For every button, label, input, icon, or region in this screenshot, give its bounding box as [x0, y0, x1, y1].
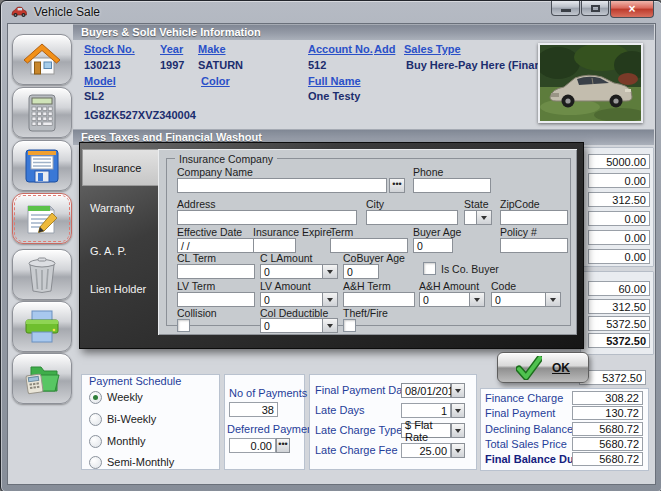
policy-no-label: Policy # — [500, 226, 537, 238]
col-deductible-combo[interactable]: 0 — [260, 318, 338, 333]
full-name-value: One Testy — [308, 90, 360, 102]
account-no-value: 512 — [308, 59, 326, 71]
final-payment-value[interactable]: 130.72 — [572, 406, 643, 420]
company-name-input[interactable] — [177, 178, 387, 193]
late-charge-type-combo[interactable]: $ Flat Rate — [401, 423, 451, 438]
deferred-payments-lookup-button[interactable]: ••• — [276, 438, 290, 453]
washout-value[interactable]: 312.50 — [588, 299, 650, 314]
term-input[interactable] — [330, 238, 408, 253]
phone-input[interactable] — [413, 178, 491, 193]
late-days-dropdown[interactable] — [451, 403, 465, 418]
lv-amount-combo[interactable]: 0 — [260, 292, 338, 307]
finance-charge-value[interactable]: 308.22 — [572, 391, 643, 405]
radio-weekly[interactable] — [89, 391, 102, 404]
radio-monthly[interactable] — [89, 435, 102, 448]
washout-value[interactable]: 60.00 — [588, 281, 650, 296]
tab-gap[interactable]: G. A. P. — [90, 245, 127, 257]
print-button[interactable] — [12, 301, 72, 352]
minimize-button[interactable] — [551, 1, 580, 16]
vehicle-photo — [538, 43, 643, 123]
radio-bi-weekly[interactable] — [89, 413, 102, 426]
cobuyer-age-input[interactable]: 0 — [343, 264, 379, 279]
close-button[interactable]: × — [610, 1, 654, 18]
radio-semi-monthly[interactable] — [89, 456, 102, 469]
account-no-label[interactable]: Account No. — [308, 43, 373, 55]
ah-term-input[interactable] — [343, 292, 415, 307]
late-charge-type-dropdown[interactable] — [451, 423, 465, 438]
amount-financed-box[interactable]: 5372.50 — [579, 370, 646, 385]
final-payment-date-dropdown[interactable] — [451, 383, 465, 398]
radio-weekly-label[interactable]: Weekly — [107, 391, 143, 403]
year-label[interactable]: Year — [160, 43, 183, 55]
state-combo[interactable] — [464, 210, 492, 225]
delete-button[interactable] — [12, 249, 72, 300]
ah-amount-combo[interactable]: 0 — [419, 292, 485, 307]
radio-bi-weekly-label[interactable]: Bi-Weekly — [107, 413, 156, 425]
color-label[interactable]: Color — [201, 75, 230, 87]
late-charge-fee-dropdown[interactable] — [451, 443, 465, 458]
lv-term-label: LV Term — [177, 280, 215, 292]
home-button[interactable] — [12, 34, 72, 85]
lv-amount-dropdown-arrow[interactable] — [322, 293, 337, 306]
theft-fire-checkbox[interactable] — [343, 319, 356, 332]
make-label[interactable]: Make — [198, 43, 226, 55]
deferred-payments-input[interactable]: 0.00 — [229, 438, 276, 453]
ah-term-label: A&H Term — [343, 280, 391, 292]
collision-checkbox[interactable] — [177, 319, 190, 332]
add-link[interactable]: Add — [374, 43, 395, 55]
sales-type-label[interactable]: Sales Type — [404, 43, 461, 55]
tab-lien-holder[interactable]: Lien Holder — [90, 283, 146, 295]
reports-button[interactable] — [12, 353, 72, 404]
effective-date-label: Effective Date — [177, 226, 242, 238]
col-deductible-dropdown-arrow[interactable] — [322, 319, 337, 332]
state-label: State — [464, 198, 489, 210]
insurance-expire-combo[interactable] — [253, 238, 296, 253]
is-co-buyer-checkbox[interactable] — [423, 262, 436, 275]
collision-label: Collision — [177, 307, 217, 319]
washout-value[interactable]: 312.50 — [588, 192, 650, 207]
cl-amount-dropdown-arrow[interactable] — [322, 265, 337, 278]
final-balance-due-label: Final Balance Due — [485, 453, 580, 465]
titlebar[interactable]: Vehicle Sale × — [1, 1, 661, 23]
model-label[interactable]: Model — [84, 75, 116, 87]
washout-value[interactable]: 5372.50 — [588, 316, 650, 331]
ah-amount-dropdown-arrow[interactable] — [469, 293, 484, 306]
save-button[interactable] — [12, 140, 72, 191]
maximize-button[interactable] — [581, 1, 609, 16]
cl-term-input[interactable] — [177, 264, 255, 279]
washout-value[interactable]: 0.00 — [588, 249, 650, 264]
policy-no-input[interactable] — [500, 238, 568, 253]
late-days-input[interactable]: 1 — [401, 403, 451, 418]
washout-value[interactable]: 5000.00 — [588, 154, 650, 169]
radio-semi-monthly-label[interactable]: Semi-Monthly — [107, 456, 174, 468]
washout-total[interactable]: 5372.50 — [588, 333, 650, 348]
tab-warranty[interactable]: Warranty — [90, 202, 134, 214]
address-input[interactable] — [177, 210, 357, 225]
full-name-label[interactable]: Full Name — [308, 75, 361, 87]
late-charge-fee-input[interactable]: 25.00 — [401, 443, 451, 458]
final-balance-due-value[interactable]: 5680.72 — [572, 452, 643, 466]
cl-amount-combo[interactable]: 0 — [260, 264, 338, 279]
edit-sale-button[interactable] — [12, 193, 72, 244]
city-input[interactable] — [366, 210, 458, 225]
radio-monthly-label[interactable]: Monthly — [107, 435, 146, 447]
ok-button[interactable]: OK — [497, 352, 589, 383]
state-dropdown-arrow[interactable] — [476, 211, 491, 224]
company-lookup-button[interactable]: ••• — [389, 178, 405, 193]
code-combo[interactable]: 0 — [491, 292, 561, 307]
final-payment-date-combo[interactable]: 08/01/2013 — [401, 383, 451, 398]
calculator-button[interactable] — [12, 87, 72, 138]
washout-value[interactable]: 0.00 — [588, 211, 650, 226]
stock-no-label[interactable]: Stock No. — [84, 43, 135, 55]
buyer-age-input[interactable]: 0 — [413, 238, 453, 253]
zipcode-input[interactable] — [500, 210, 568, 225]
tab-insurance[interactable]: Insurance — [82, 149, 158, 186]
no-of-payments-input[interactable]: 38 — [229, 402, 278, 417]
code-dropdown-arrow[interactable] — [545, 293, 560, 306]
total-sales-price-value[interactable]: 5680.72 — [572, 437, 643, 451]
car-icon — [10, 6, 28, 18]
declining-balance-value[interactable]: 5680.72 — [572, 422, 643, 436]
washout-value[interactable]: 0.00 — [588, 230, 650, 245]
lv-term-input[interactable] — [177, 292, 255, 307]
washout-value[interactable]: 0.00 — [588, 173, 650, 188]
